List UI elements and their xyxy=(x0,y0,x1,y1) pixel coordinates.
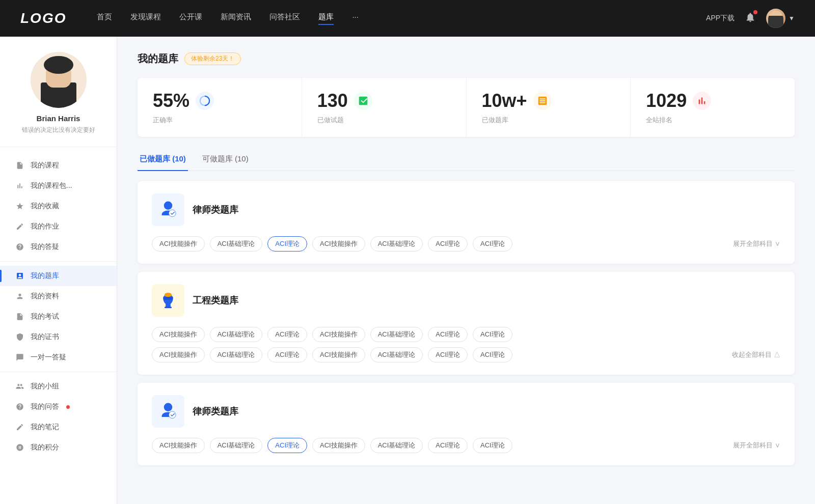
sidebar-item-exam[interactable]: 我的考试 xyxy=(0,306,117,327)
tag-1-3[interactable]: ACI技能操作 xyxy=(312,236,365,251)
sidebar-label-tutor: 一对一答疑 xyxy=(31,353,66,362)
tags-container-1: ACI技能操作 ACI基础理论 ACI理论 ACI技能操作 ACI基础理论 AC… xyxy=(152,236,780,251)
tabs-row: 已做题库 (10) 可做题库 (10) xyxy=(138,149,795,171)
tag-eng-1-5[interactable]: ACI理论 xyxy=(428,327,468,342)
tag-3-4[interactable]: ACI基础理论 xyxy=(370,438,423,453)
profile-section: Brian Harris 错误的决定比没有决定要好 xyxy=(0,52,117,147)
collapse-link-engineer[interactable]: 收起全部科目 △ xyxy=(732,350,780,359)
menu-divider-1 xyxy=(0,261,117,262)
nav-home[interactable]: 首页 xyxy=(97,12,112,25)
tag-eng-1-3[interactable]: ACI技能操作 xyxy=(312,327,365,342)
qa-dot xyxy=(66,405,70,409)
stats-row: 55% 正确率 130 已 xyxy=(138,78,795,137)
expand-link-3[interactable]: 展开全部科目 ∨ xyxy=(733,441,780,450)
qa-icon xyxy=(15,402,24,411)
profile-avatar xyxy=(31,52,87,108)
profile-motto: 错误的决定比没有决定要好 xyxy=(10,126,106,134)
sidebar-item-group[interactable]: 我的小组 xyxy=(0,376,117,397)
stat-label-accuracy: 正确率 xyxy=(153,116,286,125)
expand-link-1[interactable]: 展开全部科目 ∨ xyxy=(733,239,780,248)
tag-1-4[interactable]: ACI基础理论 xyxy=(370,236,423,251)
tag-3-2[interactable]: ACI理论 xyxy=(267,438,307,453)
done-quiz-icon xyxy=(533,92,552,110)
medal-icon xyxy=(15,443,24,452)
sidebar-item-quiz[interactable]: 我的题库 xyxy=(0,266,117,286)
sidebar-menu: 我的课程 我的课程包... 我的收藏 我的作业 xyxy=(0,147,117,466)
done-questions-icon xyxy=(354,92,372,110)
sidebar-label-favorites: 我的收藏 xyxy=(31,202,59,211)
tag-eng-2-2[interactable]: ACI理论 xyxy=(267,347,307,362)
tag-eng-1-1[interactable]: ACI基础理论 xyxy=(210,327,263,342)
tag-eng-2-1[interactable]: ACI基础理论 xyxy=(210,347,263,362)
tag-eng-2-5[interactable]: ACI理论 xyxy=(428,347,468,362)
tag-3-5[interactable]: ACI理论 xyxy=(428,438,468,453)
tag-eng-2-4[interactable]: ACI基础理论 xyxy=(370,347,423,362)
tag-eng-1-4[interactable]: ACI基础理论 xyxy=(370,327,423,342)
sidebar-item-course-pkg[interactable]: 我的课程包... xyxy=(0,176,117,196)
sidebar-item-questions[interactable]: 我的答疑 xyxy=(0,237,117,257)
svg-point-0 xyxy=(164,202,173,210)
page-title-row: 我的题库 体验剩余23天！ xyxy=(138,52,795,66)
sidebar-label-profile: 我的资料 xyxy=(31,292,59,301)
sidebar-item-notes[interactable]: 我的笔记 xyxy=(0,417,117,437)
sidebar-item-courses[interactable]: 我的课程 xyxy=(0,155,117,176)
svg-point-1 xyxy=(169,210,176,217)
sidebar-item-tutor[interactable]: 一对一答疑 xyxy=(0,347,117,368)
nav-open-course[interactable]: 公开课 xyxy=(179,12,202,25)
tag-1-2[interactable]: ACI理论 xyxy=(267,236,307,251)
tag-3-6[interactable]: ACI理论 xyxy=(473,438,512,453)
sidebar-item-favorites[interactable]: 我的收藏 xyxy=(0,196,117,216)
tab-done[interactable]: 已做题库 (10) xyxy=(138,149,188,171)
app-download[interactable]: APP下载 xyxy=(706,14,735,23)
notification-dot xyxy=(753,10,757,14)
notification-bell[interactable] xyxy=(745,12,756,25)
sidebar-label-questions: 我的答疑 xyxy=(31,242,59,251)
quiz-header-lawyer-2: 律师类题库 xyxy=(152,395,780,428)
nav-more[interactable]: ··· xyxy=(352,12,359,25)
tag-eng-1-6[interactable]: ACI理论 xyxy=(473,327,512,342)
lawyer-icon-1 xyxy=(152,193,184,226)
stat-value-rank: 1029 xyxy=(646,90,687,111)
tag-1-1[interactable]: ACI基础理论 xyxy=(210,236,263,251)
menu-divider-2 xyxy=(0,372,117,372)
nav-discover[interactable]: 发现课程 xyxy=(130,12,161,25)
logo: LOGO xyxy=(20,10,66,26)
user-menu[interactable]: ▼ xyxy=(766,9,795,28)
tag-1-6[interactable]: ACI理论 xyxy=(473,236,512,251)
quiz-title-lawyer-2: 律师类题库 xyxy=(193,405,238,417)
nav-news[interactable]: 新闻资讯 xyxy=(221,12,251,25)
engineer-icon xyxy=(152,284,184,317)
lawyer-icon-2 xyxy=(152,395,184,428)
tag-1-5[interactable]: ACI理论 xyxy=(428,236,468,251)
doc-icon xyxy=(15,312,24,321)
tag-1-0[interactable]: ACI技能操作 xyxy=(152,236,205,251)
tag-eng-1-0[interactable]: ACI技能操作 xyxy=(152,327,205,342)
profile-name: Brian Harris xyxy=(10,114,106,123)
tag-eng-2-6[interactable]: ACI理论 xyxy=(473,347,512,362)
tag-3-3[interactable]: ACI技能操作 xyxy=(312,438,365,453)
sidebar-label-quiz: 我的题库 xyxy=(31,271,59,281)
quiz-section-lawyer-1: 律师类题库 ACI技能操作 ACI基础理论 ACI理论 ACI技能操作 ACI基… xyxy=(138,181,795,264)
sidebar-label-courses: 我的课程 xyxy=(31,161,59,170)
sidebar-item-homework[interactable]: 我的作业 xyxy=(0,216,117,237)
stat-value-quiz: 10w+ xyxy=(482,90,527,111)
tags-container-3: ACI技能操作 ACI基础理论 ACI理论 ACI技能操作 ACI基础理论 AC… xyxy=(152,438,780,453)
tag-eng-2-0[interactable]: ACI技能操作 xyxy=(152,347,205,362)
sidebar-item-my-qa[interactable]: 我的问答 xyxy=(0,397,117,417)
nav-quiz[interactable]: 题库 xyxy=(318,12,334,25)
sidebar-item-cert[interactable]: 我的证书 xyxy=(0,327,117,347)
stat-label-rank: 全站排名 xyxy=(646,116,779,125)
tag-eng-2-3[interactable]: ACI技能操作 xyxy=(312,347,365,362)
nav-qa[interactable]: 问答社区 xyxy=(269,12,300,25)
svg-point-8 xyxy=(169,411,176,418)
star-icon xyxy=(15,202,24,211)
question-icon xyxy=(15,242,24,251)
tab-available[interactable]: 可做题库 (10) xyxy=(200,149,251,171)
file-icon xyxy=(15,161,24,170)
tag-3-1[interactable]: ACI基础理论 xyxy=(210,438,263,453)
sidebar-item-points[interactable]: 我的积分 xyxy=(0,437,117,458)
sidebar-label-homework: 我的作业 xyxy=(31,222,59,231)
tag-3-0[interactable]: ACI技能操作 xyxy=(152,438,205,453)
tag-eng-1-2[interactable]: ACI理论 xyxy=(267,327,307,342)
sidebar-item-profile[interactable]: 我的资料 xyxy=(0,286,117,306)
